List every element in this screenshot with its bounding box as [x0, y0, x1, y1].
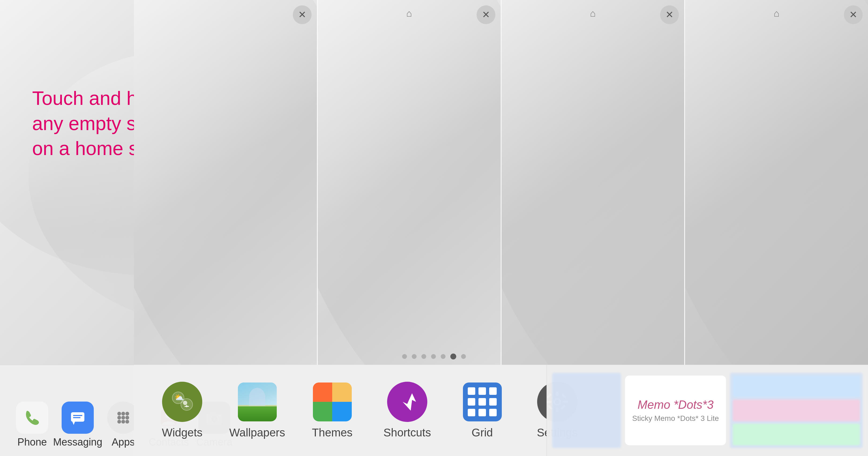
page-dot-3[interactable]	[422, 354, 426, 359]
themes-label: Themes	[312, 426, 352, 439]
screen-thumb-2[interactable]: ✕ ⌂	[318, 0, 501, 365]
page-dot-1[interactable]	[402, 354, 407, 359]
messaging-icon	[62, 402, 94, 434]
screens-area: ✕ ✕ ⌂ ✕ ⌂ ✕ ⌂	[134, 0, 868, 365]
svg-rect-0	[71, 412, 84, 422]
memo-dots-item[interactable]: Memo *Dots*3 Sticky Memo *Dots* 3 Lite	[625, 375, 726, 445]
widgets-icon-circle: ⛅	[162, 382, 202, 422]
phone-icon	[16, 402, 48, 434]
svg-point-24	[183, 401, 187, 405]
widgets-label: Widgets	[162, 426, 203, 439]
menu-item-shortcuts[interactable]: Shortcuts	[380, 382, 434, 439]
close-button-4[interactable]: ✕	[844, 5, 863, 24]
memo-blur-2	[730, 373, 863, 448]
svg-point-12	[125, 420, 129, 424]
menu-item-grid[interactable]: Grid	[456, 382, 509, 439]
memo-dots-subtitle: Sticky Memo *Dots* 3 Lite	[632, 414, 719, 423]
page-dot-7[interactable]	[461, 354, 466, 359]
dock-item-phone[interactable]: Phone	[11, 402, 54, 448]
grid-label: Grid	[471, 426, 493, 439]
memo-dots-title: Memo *Dots*3	[638, 398, 714, 411]
memo-blur-1	[552, 373, 621, 448]
apps-label: Apps	[112, 436, 135, 448]
close-button-1[interactable]: ✕	[293, 5, 312, 24]
svg-point-7	[117, 416, 121, 420]
page-dots	[402, 353, 466, 360]
svg-point-5	[121, 412, 125, 416]
screen-thumb-1[interactable]: ✕	[134, 0, 317, 365]
menu-item-widgets[interactable]: ⛅ Widgets	[155, 382, 209, 439]
memo-preview-row: Memo *Dots*3 Sticky Memo *Dots* 3 Lite	[547, 365, 868, 456]
shortcuts-icon-circle	[387, 382, 427, 422]
page-dot-6[interactable]	[450, 353, 456, 360]
svg-point-8	[121, 416, 125, 420]
themes-icon-circle	[312, 382, 352, 422]
svg-point-11	[121, 420, 125, 424]
svg-point-10	[117, 420, 121, 424]
dock-item-messaging[interactable]: Messaging	[56, 402, 99, 448]
svg-point-23	[181, 399, 193, 410]
wallpapers-icon-circle	[237, 382, 277, 422]
shortcuts-label: Shortcuts	[383, 426, 431, 439]
screen-thumb-3[interactable]: ✕ ⌂	[501, 0, 684, 365]
close-button-2[interactable]: ✕	[476, 5, 495, 24]
svg-point-4	[117, 412, 121, 416]
wallpapers-label: Wallpapers	[229, 426, 285, 439]
page-dot-5[interactable]	[441, 354, 445, 359]
home-button-3[interactable]: ⌂	[585, 5, 601, 22]
page-dot-4[interactable]	[431, 354, 436, 359]
messaging-label: Messaging	[53, 436, 102, 448]
screen-thumb-4[interactable]: ✕ ⌂	[685, 0, 868, 365]
grid-icon-circle	[462, 382, 502, 422]
home-button-4[interactable]: ⌂	[769, 5, 785, 22]
menu-item-wallpapers[interactable]: Wallpapers	[230, 382, 284, 439]
page-dot-2[interactable]	[412, 354, 416, 359]
menu-item-themes[interactable]: Themes	[305, 382, 359, 439]
home-button-2[interactable]: ⌂	[401, 5, 417, 22]
svg-point-9	[125, 416, 129, 420]
close-button-3[interactable]: ✕	[660, 5, 679, 24]
svg-point-6	[125, 412, 129, 416]
svg-marker-1	[72, 422, 75, 425]
phone-label: Phone	[18, 436, 47, 448]
